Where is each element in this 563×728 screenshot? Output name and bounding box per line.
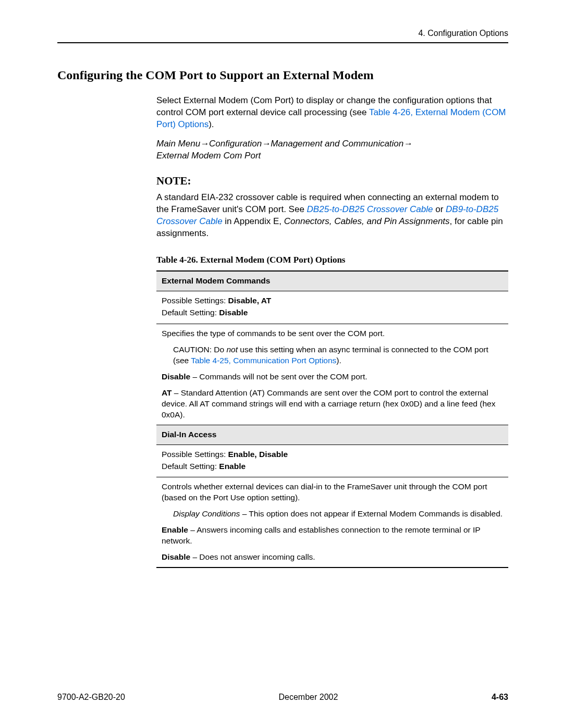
options-table: External Modem Commands Possible Setting…: [156, 270, 508, 568]
row2-disable-label: Disable: [162, 552, 190, 561]
row1-body: Specifies the type of commands to be sen…: [156, 324, 508, 425]
row2-settings: Possible Settings: Enable, Disable Defau…: [156, 445, 508, 477]
note-text2b: Connectors, Cables, and Pin Assignments: [284, 216, 450, 226]
row2-enable-text: – Answers incoming calls and establishes…: [162, 525, 480, 545]
footer-docnum: 9700-A2-GB20-20: [57, 693, 125, 702]
row2-header: Dial-In Access: [156, 425, 508, 445]
row1-caution-prefix: CAUTION: Do: [173, 345, 226, 354]
row1-at-text: – Standard Attention (AT) Commands are s…: [162, 388, 495, 419]
table-caption: Table 4-26. External Modem (COM Port) Op…: [156, 255, 508, 265]
row2-body: Controls whether external devices can di…: [156, 477, 508, 567]
menu-path-line2: External Modem Com Port: [156, 150, 508, 162]
row1-disable-text: – Commands will not be sent over the COM…: [190, 372, 367, 381]
row1-settings: Possible Settings: Disable, AT Default S…: [156, 291, 508, 324]
table-row: External Modem Commands: [156, 271, 508, 291]
chapter-label: 4. Configuration Options: [418, 29, 508, 38]
footer-pagenum: 4-63: [492, 693, 508, 702]
row2-desc: Controls whether external devices can di…: [162, 482, 503, 503]
row1-at-label: AT: [162, 388, 172, 397]
row1-disable-label: Disable: [162, 372, 190, 381]
page: 4. Configuration Options Configuring the…: [0, 0, 563, 728]
row2-display-text: – This option does not appear if Externa…: [240, 509, 503, 518]
row1-caution-not: not: [226, 345, 238, 354]
menu-path: Main Menu→Configuration→Management and C…: [156, 138, 508, 162]
intro-text-after: ).: [209, 119, 214, 129]
section-heading: Configuring the COM Port to Support an E…: [57, 68, 508, 82]
menu-path-line1: Main Menu→Configuration→Management and C…: [156, 138, 508, 150]
row1-default-label: Default Setting:: [162, 308, 219, 317]
row1-settings-value: Disable, AT: [228, 296, 272, 305]
table-row: Possible Settings: Enable, Disable Defau…: [156, 445, 508, 477]
note-link1[interactable]: DB25-to-DB25 Crossover Cable: [307, 204, 433, 214]
footer-date: December 2002: [278, 693, 338, 702]
body-block: Select External Modem (Com Port) to disp…: [156, 95, 508, 568]
note-heading: NOTE:: [156, 175, 508, 188]
row2-settings-label: Possible Settings:: [162, 450, 228, 459]
note-mid: or: [433, 204, 446, 214]
intro-paragraph: Select External Modem (Com Port) to disp…: [156, 95, 508, 131]
page-header: 4. Configuration Options: [57, 29, 508, 42]
row2-default-value: Enable: [219, 462, 246, 471]
row2-enable-label: Enable: [162, 525, 188, 534]
row1-caution-link[interactable]: Table 4-25, Communication Port Options: [191, 356, 336, 365]
table-row: Controls whether external devices can di…: [156, 477, 508, 567]
row2-display: Display Conditions – This option does no…: [173, 509, 503, 520]
row2-disable-text: – Does not answer incoming calls.: [190, 552, 315, 561]
table-row: Specifies the type of commands to be sen…: [156, 324, 508, 425]
row1-settings-label: Possible Settings:: [162, 296, 228, 305]
row1-caution: CAUTION: Do not use this setting when an…: [173, 344, 503, 366]
row1-default-value: Disable: [219, 308, 248, 317]
row2-default-label: Default Setting:: [162, 462, 219, 471]
note-text2a: in Appendix E,: [223, 216, 284, 226]
row1-header: External Modem Commands: [156, 271, 508, 291]
table-row: Dial-In Access: [156, 425, 508, 445]
row1-caution-end: ).: [336, 356, 341, 365]
note-paragraph: A standard EIA-232 crossover cable is re…: [156, 192, 508, 240]
header-rule: [57, 42, 508, 43]
table-row: Possible Settings: Disable, AT Default S…: [156, 291, 508, 324]
page-footer: 9700-A2-GB20-20 December 2002 4-63: [57, 693, 508, 702]
row2-display-label: Display Conditions: [173, 509, 240, 518]
row1-desc: Specifies the type of commands to be sen…: [162, 328, 503, 339]
row2-settings-value: Enable, Disable: [228, 450, 288, 459]
